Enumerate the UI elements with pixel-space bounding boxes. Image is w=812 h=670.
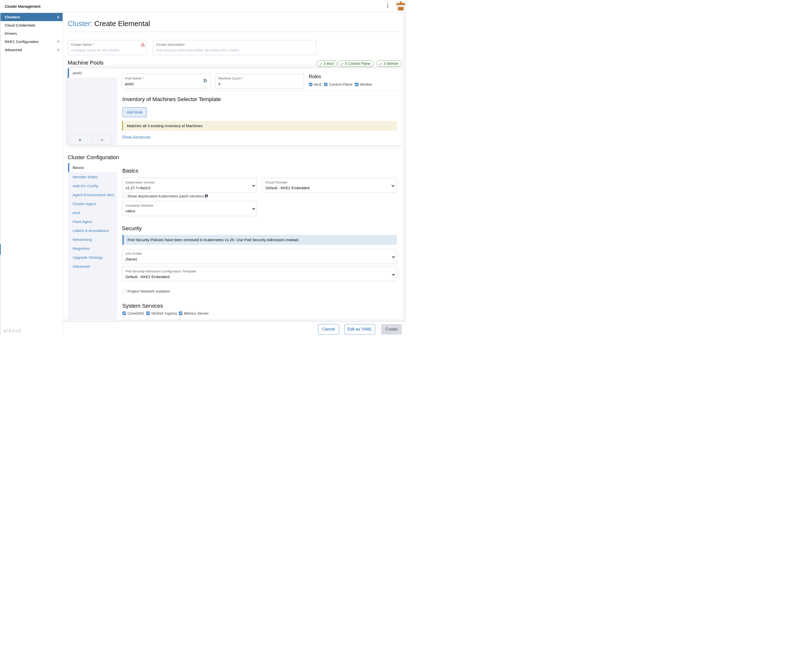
- svg-text:i: i: [206, 195, 207, 197]
